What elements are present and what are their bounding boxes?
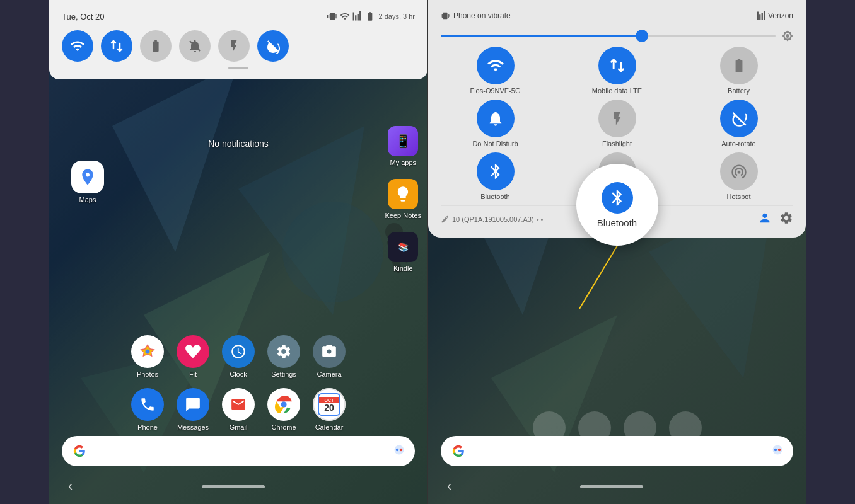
app-kindle[interactable]: 📚 Kindle — [385, 232, 421, 272]
app-kindle-label: Kindle — [393, 265, 413, 272]
google-mic-icon[interactable] — [393, 444, 405, 458]
svg-marker-0 — [112, 63, 238, 252]
qs-footer-icons — [758, 211, 793, 227]
battery-icon — [364, 11, 376, 21]
no-notifications-text: No notifications — [49, 139, 428, 149]
left-home-pill[interactable] — [202, 485, 265, 488]
app-chrome[interactable]: Chrome — [267, 388, 300, 431]
right-qs-dnd-label: Do Not Disturb — [472, 140, 518, 147]
app-camera[interactable]: Camera — [313, 335, 346, 378]
qs-tile-wifi[interactable] — [62, 30, 93, 62]
left-qs-status-bar: Tue, Oct 20 2 days, 3 hr — [62, 8, 415, 25]
right-qs-bluetooth[interactable]: Bluetooth — [441, 152, 550, 200]
right-qs-auto-rotate-label: Auto-rotate — [721, 140, 755, 147]
right-qs-vibrate: Phone on vibrate — [441, 11, 511, 20]
vibrate-text: Phone on vibrate — [453, 11, 511, 20]
right-qs-bluetooth-label: Bluetooth — [480, 193, 509, 200]
carrier-text: Verizon — [768, 11, 793, 20]
right-qs-wifi[interactable]: Fios-O9NVE-5G — [441, 47, 550, 94]
app-fit[interactable]: Fit — [177, 335, 209, 378]
app-messages[interactable]: Messages — [177, 388, 209, 431]
right-qs-wifi-label: Fios-O9NVE-5G — [470, 87, 520, 94]
app-calendar[interactable]: OCT 20 Calendar — [313, 388, 346, 431]
qs-tile-flashlight[interactable] — [218, 30, 250, 62]
vibrate-icon — [327, 11, 337, 21]
right-apps-column: 📱 My apps Keep Notes 📚 Kindle — [385, 126, 421, 272]
screens-container: Tue, Oct 20 2 days, 3 hr — [0, 0, 855, 504]
bluetooth-tooltip-icon — [602, 182, 633, 214]
right-qs-hotspot-circle — [720, 152, 758, 190]
app-row-1: Photos Fit Clock — [68, 335, 409, 378]
pencil-icon — [441, 215, 450, 224]
app-keep-notes-label: Keep Notes — [385, 212, 421, 219]
right-google-search[interactable] — [441, 436, 793, 466]
svg-point-4 — [282, 202, 383, 302]
left-qs-tiles — [62, 30, 415, 62]
qs-tile-data-transfer[interactable] — [101, 30, 132, 62]
right-google-mic-icon[interactable] — [772, 444, 783, 458]
wifi-status-icon — [340, 11, 350, 21]
app-keep-notes[interactable]: Keep Notes — [385, 179, 421, 219]
right-qs-auto-rotate[interactable]: Auto-rotate — [684, 100, 793, 147]
right-qs-auto-rotate-circle — [720, 100, 758, 137]
qs-tile-rotate[interactable] — [257, 30, 289, 62]
app-row-2: Phone Messages Gmail — [68, 388, 409, 431]
app-settings[interactable]: Settings — [267, 335, 300, 378]
right-qs-mobile-data-label: Mobile data LTE — [592, 87, 642, 94]
left-google-search[interactable] — [62, 436, 415, 466]
brightness-row — [441, 30, 793, 42]
bluetooth-tooltip-circle: Bluetooth — [576, 164, 658, 246]
svg-point-13 — [400, 449, 403, 452]
right-qs-battery-saver-circle — [720, 47, 758, 84]
right-qs-flashlight-circle — [598, 100, 636, 137]
right-google-logo — [451, 444, 466, 459]
right-qs-flashlight-label: Flashlight — [602, 140, 632, 147]
app-clock[interactable]: Clock — [222, 335, 255, 378]
right-home-pill[interactable] — [580, 485, 643, 488]
right-qs-flashlight[interactable]: Flashlight — [562, 100, 672, 147]
right-qs-hotspot[interactable]: Hotspot — [684, 152, 793, 200]
app-my-apps[interactable]: 📱 My apps — [385, 126, 421, 166]
left-qs-status-icons: 2 days, 3 hr — [327, 11, 415, 21]
app-gmail-label: Gmail — [230, 423, 248, 431]
app-clock-label: Clock — [230, 370, 247, 378]
right-qs-battery-saver[interactable]: Battery — [684, 47, 793, 94]
right-qs-wifi-circle — [477, 47, 515, 84]
svg-point-20 — [778, 449, 781, 452]
user-icon-btn[interactable] — [758, 211, 772, 227]
app-camera-label: Camera — [317, 370, 341, 378]
app-gmail[interactable]: Gmail — [222, 388, 255, 431]
left-nav-bar: ‹ — [49, 469, 428, 504]
signal-icon-right — [757, 11, 765, 20]
right-qs-bluetooth-circle — [477, 152, 515, 190]
brightness-icon — [782, 30, 793, 42]
qs-tile-dnd[interactable] — [179, 30, 211, 62]
bluetooth-tooltip: Bluetooth — [576, 164, 658, 246]
app-fit-label: Fit — [189, 370, 197, 378]
right-qs-hotspot-label: Hotspot — [727, 193, 751, 200]
left-battery-text: 2 days, 3 hr — [379, 13, 415, 20]
right-qs-dnd[interactable]: Do Not Disturb — [441, 100, 550, 147]
brightness-thumb[interactable] — [636, 30, 648, 42]
app-calendar-label: Calendar — [315, 423, 344, 431]
right-qs-battery-saver-label: Battery — [728, 87, 750, 94]
qs-build-info: 10 (QP1A.191005.007.A3) • • — [441, 215, 543, 224]
right-phone-screen: 1:35 Phone on vibrate Verizon — [428, 0, 806, 504]
vibrate-icon-right — [441, 11, 450, 20]
left-qs-panel: Tue, Oct 20 2 days, 3 hr — [49, 0, 428, 79]
svg-point-12 — [396, 449, 399, 452]
app-photos[interactable]: Photos — [131, 335, 164, 378]
left-back-btn[interactable]: ‹ — [68, 478, 73, 495]
google-logo — [72, 444, 87, 459]
right-qs-mobile-data[interactable]: Mobile data LTE — [562, 47, 672, 94]
build-text: 10 (QP1A.191005.007.A3) — [452, 215, 534, 223]
app-maps-item[interactable]: Maps — [71, 161, 104, 203]
qs-tile-battery[interactable] — [140, 30, 172, 62]
right-qs-dnd-circle — [477, 100, 515, 137]
brightness-slider[interactable] — [441, 35, 776, 37]
app-maps-label: Maps — [79, 196, 96, 203]
settings-icon-btn[interactable] — [779, 211, 793, 227]
right-back-btn[interactable]: ‹ — [447, 478, 451, 495]
build-dots: • • — [537, 215, 544, 223]
app-phone[interactable]: Phone — [131, 388, 164, 431]
